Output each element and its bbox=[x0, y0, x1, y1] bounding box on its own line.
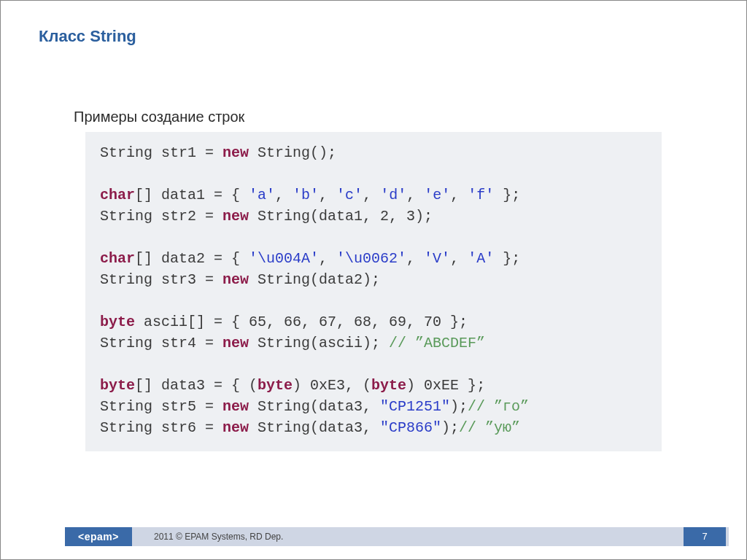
keyword: new bbox=[222, 144, 249, 161]
code-text: String(data3, bbox=[249, 419, 380, 436]
logo: <epam> bbox=[65, 527, 132, 546]
code-text: ); bbox=[441, 419, 459, 436]
keyword: char bbox=[100, 250, 135, 267]
slide: Класс String Примеры создание строк Stri… bbox=[0, 0, 747, 560]
code-text: , bbox=[406, 250, 424, 267]
code-text: [] data2 = { bbox=[135, 250, 249, 267]
slide-subtitle: Примеры создание строк bbox=[74, 109, 244, 125]
code-text: [] data3 = { ( bbox=[135, 377, 258, 394]
string-literal: 'f' bbox=[468, 187, 494, 203]
code-text: String(data1, 2, 3); bbox=[249, 208, 433, 225]
comment: // ”го” bbox=[468, 398, 529, 415]
string-literal: 'c' bbox=[336, 187, 363, 203]
string-literal: 'a' bbox=[249, 187, 275, 203]
page-number: 7 bbox=[684, 527, 726, 546]
code-text: , bbox=[406, 187, 424, 203]
code-text: , bbox=[450, 250, 468, 267]
code-text: ); bbox=[450, 398, 468, 415]
comment: // ”ABCDEF” bbox=[389, 335, 485, 351]
string-literal: 'e' bbox=[424, 187, 450, 203]
footer: <epam> 2011 © EPAM Systems, RD Dep. 7 bbox=[1, 527, 746, 546]
keyword: new bbox=[222, 419, 249, 436]
keyword: char bbox=[100, 187, 135, 203]
code-text: ) 0xEE }; bbox=[406, 377, 485, 394]
string-literal: 'd' bbox=[380, 187, 406, 203]
comment: // ”ую” bbox=[459, 419, 520, 436]
code-text: String(ascii); bbox=[249, 335, 389, 351]
code-text: String str1 = bbox=[100, 144, 222, 161]
keyword: byte bbox=[100, 377, 135, 394]
code-text: , bbox=[275, 187, 293, 203]
code-text: }; bbox=[494, 250, 520, 267]
keyword: new bbox=[222, 335, 249, 351]
code-text: [] data1 = { bbox=[135, 187, 249, 203]
code-text: String(data3, bbox=[249, 398, 380, 415]
code-text: String str5 = bbox=[100, 398, 222, 415]
slide-title: Класс String bbox=[39, 27, 136, 46]
string-literal: 'A' bbox=[468, 250, 494, 267]
code-block: String str1 = new String(); char[] data1… bbox=[85, 132, 662, 451]
code-text: ) 0xE3, ( bbox=[293, 377, 371, 394]
keyword: byte bbox=[100, 314, 135, 330]
string-literal: 'b' bbox=[293, 187, 319, 203]
string-literal: '\u004A' bbox=[249, 250, 319, 267]
string-literal: 'V' bbox=[424, 250, 450, 267]
footer-text: 2011 © EPAM Systems, RD Dep. bbox=[154, 527, 283, 546]
code-text: String str4 = bbox=[100, 335, 222, 351]
code-text: String str3 = bbox=[100, 271, 222, 288]
code-text: String(); bbox=[249, 144, 336, 161]
string-literal: "CP1251" bbox=[380, 398, 450, 415]
code-text: String str2 = bbox=[100, 208, 222, 225]
keyword: byte bbox=[371, 377, 406, 394]
code-text: , bbox=[319, 187, 336, 203]
keyword: new bbox=[222, 398, 249, 415]
code-text: , bbox=[363, 187, 380, 203]
code-text: , bbox=[450, 187, 468, 203]
keyword: new bbox=[222, 208, 249, 225]
code-text: String str6 = bbox=[100, 419, 222, 436]
code-text: , bbox=[319, 250, 336, 267]
keyword: new bbox=[222, 271, 249, 288]
string-literal: "CP866" bbox=[380, 419, 441, 436]
keyword: byte bbox=[258, 377, 293, 394]
code-text: String(data2); bbox=[249, 271, 380, 288]
string-literal: '\u0062' bbox=[336, 250, 406, 267]
code-text: ascii[] = { 65, 66, 67, 68, 69, 70 }; bbox=[135, 314, 468, 330]
code-text: }; bbox=[494, 187, 520, 203]
